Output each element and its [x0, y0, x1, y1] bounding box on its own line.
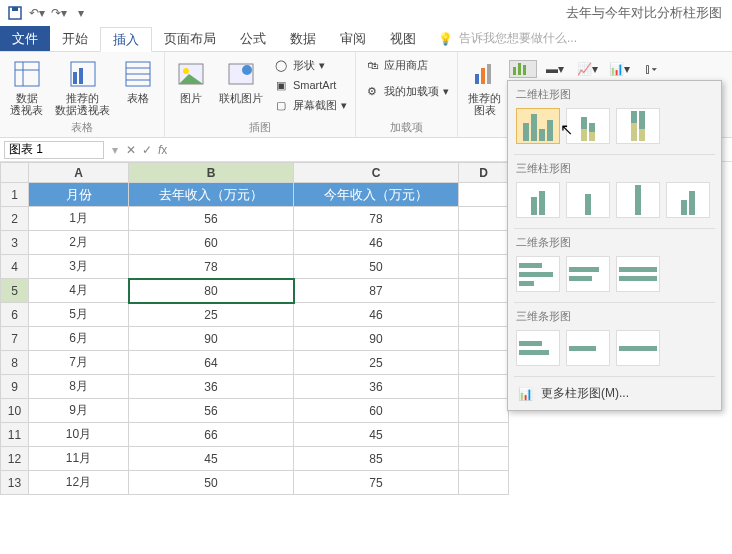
tab-pagelayout[interactable]: 页面布局	[152, 26, 228, 51]
online-pictures-button[interactable]: 联机图片	[215, 56, 267, 106]
cell-A9[interactable]: 8月	[29, 375, 129, 399]
fx-icon[interactable]: fx	[158, 143, 167, 157]
cell-D12[interactable]	[459, 447, 509, 471]
bar-chart-button[interactable]: ▬▾	[541, 60, 569, 78]
cell-B11[interactable]: 66	[129, 423, 294, 447]
row-head-11[interactable]: 11	[1, 423, 29, 447]
tab-formulas[interactable]: 公式	[228, 26, 278, 51]
more-column-charts-button[interactable]: 📊 更多柱形图(M)...	[508, 377, 721, 410]
cell-A6[interactable]: 5月	[29, 303, 129, 327]
stacked-bar-thumb[interactable]	[566, 256, 610, 292]
cell-B2[interactable]: 56	[129, 207, 294, 231]
3d-clustered-column-thumb[interactable]	[516, 182, 560, 218]
cell-A7[interactable]: 6月	[29, 327, 129, 351]
tell-me-search[interactable]: 💡 告诉我您想要做什么...	[438, 26, 577, 51]
row-head-9[interactable]: 9	[1, 375, 29, 399]
cell-C2[interactable]: 78	[294, 207, 459, 231]
col-head-A[interactable]: A	[29, 163, 129, 183]
cell-C5[interactable]: 87	[294, 279, 459, 303]
tab-data[interactable]: 数据	[278, 26, 328, 51]
tab-home[interactable]: 开始	[50, 26, 100, 51]
store-button[interactable]: 🛍应用商店	[362, 56, 451, 74]
table-header[interactable]: 今年收入（万元）	[294, 183, 459, 207]
cell-B13[interactable]: 50	[129, 471, 294, 495]
cell-B10[interactable]: 56	[129, 399, 294, 423]
cell-C6[interactable]: 46	[294, 303, 459, 327]
cell-C13[interactable]: 75	[294, 471, 459, 495]
cell-A2[interactable]: 1月	[29, 207, 129, 231]
3d-stacked-bar-thumb[interactable]	[566, 330, 610, 366]
column-chart-button[interactable]	[509, 60, 537, 78]
cell-D13[interactable]	[459, 471, 509, 495]
pictures-button[interactable]: 图片	[171, 56, 211, 106]
recommended-pivot-button[interactable]: 推荐的 数据透视表	[51, 56, 114, 118]
redo-icon[interactable]: ↷▾	[50, 4, 68, 22]
cell-B9[interactable]: 36	[129, 375, 294, 399]
screenshot-button[interactable]: ▢屏幕截图 ▾	[271, 96, 349, 114]
cell-D11[interactable]	[459, 423, 509, 447]
cell-D3[interactable]	[459, 231, 509, 255]
undo-icon[interactable]: ↶▾	[28, 4, 46, 22]
cell-C4[interactable]: 50	[294, 255, 459, 279]
cell-C3[interactable]: 46	[294, 231, 459, 255]
line-chart-button[interactable]: 📈▾	[573, 60, 601, 78]
3d-stacked-column-thumb[interactable]	[566, 182, 610, 218]
row-head-12[interactable]: 12	[1, 447, 29, 471]
col-head-C[interactable]: C	[294, 163, 459, 183]
col-head-D[interactable]: D	[459, 163, 509, 183]
cell-C11[interactable]: 45	[294, 423, 459, 447]
cell-C12[interactable]: 85	[294, 447, 459, 471]
cell-C9[interactable]: 36	[294, 375, 459, 399]
cell-D8[interactable]	[459, 351, 509, 375]
cell-D2[interactable]	[459, 207, 509, 231]
row-head-13[interactable]: 13	[1, 471, 29, 495]
cell-D7[interactable]	[459, 327, 509, 351]
cell-D5[interactable]	[459, 279, 509, 303]
cancel-icon[interactable]: ✕	[126, 143, 136, 157]
qat-dropdown-icon[interactable]: ▾	[72, 4, 90, 22]
cell-A10[interactable]: 9月	[29, 399, 129, 423]
row-head-3[interactable]: 3	[1, 231, 29, 255]
select-all[interactable]	[1, 163, 29, 183]
clustered-column-thumb[interactable]	[516, 108, 560, 144]
cell-D4[interactable]	[459, 255, 509, 279]
table-header[interactable]: 去年收入（万元）	[129, 183, 294, 207]
recommended-charts-button[interactable]: 推荐的 图表	[464, 56, 505, 118]
3d-100-stacked-column-thumb[interactable]	[616, 182, 660, 218]
cell-D9[interactable]	[459, 375, 509, 399]
100-stacked-column-thumb[interactable]	[616, 108, 660, 144]
table-header[interactable]: 月份	[29, 183, 129, 207]
row-head-1[interactable]: 1	[1, 183, 29, 207]
cell-B7[interactable]: 90	[129, 327, 294, 351]
cell-B6[interactable]: 25	[129, 303, 294, 327]
cell-B8[interactable]: 64	[129, 351, 294, 375]
cell-A8[interactable]: 7月	[29, 351, 129, 375]
smartart-button[interactable]: ▣SmartArt	[271, 76, 349, 94]
cell-B4[interactable]: 78	[129, 255, 294, 279]
cell-C7[interactable]: 90	[294, 327, 459, 351]
cell-C8[interactable]: 25	[294, 351, 459, 375]
table-button[interactable]: 表格	[118, 56, 158, 106]
row-head-2[interactable]: 2	[1, 207, 29, 231]
shapes-button[interactable]: ◯形状 ▾	[271, 56, 349, 74]
row-head-6[interactable]: 6	[1, 303, 29, 327]
tab-view[interactable]: 视图	[378, 26, 428, 51]
row-head-4[interactable]: 4	[1, 255, 29, 279]
save-icon[interactable]	[6, 4, 24, 22]
cell-D6[interactable]	[459, 303, 509, 327]
cell-A12[interactable]: 11月	[29, 447, 129, 471]
name-box[interactable]	[4, 141, 104, 159]
enter-icon[interactable]: ✓	[142, 143, 152, 157]
100-stacked-bar-thumb[interactable]	[616, 256, 660, 292]
cell-C10[interactable]: 60	[294, 399, 459, 423]
stacked-column-thumb[interactable]	[566, 108, 610, 144]
my-addins-button[interactable]: ⚙我的加载项 ▾	[362, 82, 451, 100]
clustered-bar-thumb[interactable]	[516, 256, 560, 292]
tab-insert[interactable]: 插入	[100, 27, 152, 52]
3d-100-stacked-bar-thumb[interactable]	[616, 330, 660, 366]
pivot-table-button[interactable]: 数据 透视表	[6, 56, 47, 118]
combo-chart-button[interactable]: ⫿▾	[637, 60, 665, 78]
row-head-10[interactable]: 10	[1, 399, 29, 423]
3d-column-thumb[interactable]	[666, 182, 710, 218]
cell-B12[interactable]: 45	[129, 447, 294, 471]
